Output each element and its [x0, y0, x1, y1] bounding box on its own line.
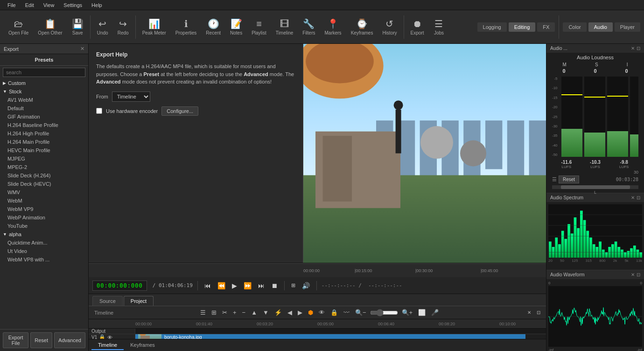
preset-default[interactable]: Default: [0, 104, 88, 112]
audio-sub-button[interactable]: Audio: [588, 22, 613, 32]
stop-button[interactable]: ⏹: [269, 281, 280, 290]
redo-button[interactable]: ↪ Redo: [113, 16, 133, 37]
tl-scrub-button[interactable]: ✂: [220, 308, 229, 317]
keyframes-button[interactable]: ⌚ Keyframes: [346, 16, 378, 37]
tl-eye-button[interactable]: 👁: [317, 308, 327, 317]
from-select[interactable]: Timeline Clip Each Clip: [112, 91, 150, 102]
timeline-button[interactable]: 🎞 Timeline: [271, 17, 298, 37]
configure-button[interactable]: Configure...: [161, 106, 198, 116]
output-track-content[interactable]: [135, 329, 546, 334]
float-loudness-icon[interactable]: ⊡: [637, 46, 640, 51]
grid-button[interactable]: ⊞: [289, 281, 297, 289]
preset-wmv[interactable]: WMV: [0, 188, 88, 197]
player-sub-button[interactable]: Player: [615, 22, 640, 32]
preset-ut-video[interactable]: Ut Video: [0, 247, 88, 255]
menu-settings[interactable]: Settings: [59, 1, 87, 9]
tl-remove-track-button[interactable]: −: [240, 308, 248, 317]
undo-button[interactable]: ↩ Undo: [92, 16, 113, 37]
peak-meter-button[interactable]: 📊 Peak Meter: [138, 16, 171, 37]
preset-youtube[interactable]: YouTube: [0, 222, 88, 230]
float-waveform-icon[interactable]: ⊡: [637, 272, 640, 277]
save-button[interactable]: 💾 Save: [67, 16, 88, 37]
close-waveform-icon[interactable]: ✕: [631, 272, 635, 277]
editing-mode-button[interactable]: Editing: [509, 22, 536, 32]
keyframes-bottom-tab[interactable]: Keyframes: [124, 341, 161, 350]
zoom-slider[interactable]: [370, 309, 398, 316]
step-back-button[interactable]: ⏪: [216, 281, 227, 290]
tl-snap-button[interactable]: ⊞: [210, 308, 218, 317]
source-tab[interactable]: Source: [92, 296, 123, 306]
tl-mic-button[interactable]: 🎤: [429, 308, 441, 317]
preset-search-input[interactable]: [3, 68, 85, 77]
preset-group-alpha[interactable]: ▼ alpha: [0, 230, 88, 239]
preset-group-stock[interactable]: ▼ Stock: [0, 87, 88, 96]
menu-help[interactable]: Help: [87, 1, 107, 9]
markers-button[interactable]: 📍 Markers: [320, 16, 346, 37]
hw-encoder-checkbox[interactable]: [96, 108, 102, 114]
float-spectrum-icon[interactable]: ⊡: [637, 195, 640, 200]
export-button[interactable]: ⏺ Export: [406, 17, 429, 37]
preset-webm[interactable]: WebM: [0, 197, 88, 205]
preset-webm-vp8[interactable]: WebM VP8 with ...: [0, 255, 88, 264]
open-other-button[interactable]: 📋 Open Other: [33, 16, 67, 37]
skip-to-end-button[interactable]: ⏭: [256, 281, 266, 290]
v1-mute-icon[interactable]: 👁: [107, 335, 112, 339]
logging-mode-button[interactable]: Logging: [477, 22, 507, 32]
preset-mpeg2[interactable]: MPEG-2: [0, 163, 88, 171]
filters-button[interactable]: 🔧 Filters: [298, 16, 320, 37]
tl-waveform-button[interactable]: 〰: [342, 308, 351, 317]
timeline-bottom-tab[interactable]: Timeline: [91, 341, 124, 350]
export-file-button[interactable]: Export File: [3, 332, 28, 348]
preset-h264-baseline[interactable]: H.264 Baseline Profile: [0, 121, 88, 129]
close-spectrum-icon[interactable]: ✕: [631, 195, 635, 200]
tl-close-button[interactable]: ✕: [525, 309, 533, 316]
step-fwd-button[interactable]: ⏩: [242, 281, 253, 290]
tl-float-button[interactable]: ⊡: [535, 309, 542, 316]
menu-file[interactable]: File: [3, 1, 21, 9]
tl-next-marker-button[interactable]: ▶: [296, 308, 304, 317]
jobs-button[interactable]: ☰ Jobs: [428, 16, 449, 37]
play-button[interactable]: ▶: [230, 281, 239, 290]
advanced-button[interactable]: Advanced: [54, 332, 85, 348]
menu-edit[interactable]: Edit: [21, 1, 39, 9]
history-button[interactable]: ↺ History: [378, 16, 401, 37]
preset-av1-webm[interactable]: AV1 WebM: [0, 96, 88, 104]
preset-webp[interactable]: WebP Animation: [0, 213, 88, 222]
preset-group-custom[interactable]: ▶ Custom: [0, 79, 88, 87]
tl-overwrite-button[interactable]: ▼: [261, 308, 271, 317]
preset-slide-hevc[interactable]: Slide Deck (HEVC): [0, 180, 88, 188]
recent-button[interactable]: 🕐 Recent: [201, 16, 225, 37]
preset-webm-vp9[interactable]: WebM VP9: [0, 205, 88, 213]
skip-to-start-button[interactable]: ⏮: [203, 281, 213, 290]
tl-lock-button[interactable]: 🔒: [329, 308, 340, 317]
tl-split-button[interactable]: ⚡: [273, 308, 284, 317]
color-sub-button[interactable]: Color: [563, 22, 586, 32]
v1-clip[interactable]: boruto-konoha.jpg: [135, 334, 525, 339]
tl-zoom-in-button[interactable]: 🔍+: [400, 308, 415, 317]
notes-button[interactable]: 📝 Notes: [225, 16, 247, 37]
preset-h264-high[interactable]: H.264 High Profile: [0, 129, 88, 138]
reset-button[interactable]: Reset: [30, 332, 52, 348]
preset-gif[interactable]: GIF Animation: [0, 112, 88, 121]
loudness-scrollbar[interactable]: [552, 185, 638, 189]
fx-mode-button[interactable]: FX: [537, 22, 555, 32]
tl-menu-button[interactable]: ☰: [198, 308, 208, 317]
tl-prev-marker-button[interactable]: ◀: [286, 308, 294, 317]
tl-add-track-button[interactable]: +: [231, 308, 238, 317]
list-icon[interactable]: ☰: [552, 176, 557, 183]
v1-track-content[interactable]: boruto-konoha.jpg: [135, 334, 546, 339]
preset-hevc[interactable]: HEVC Main Profile: [0, 146, 88, 154]
preset-mjpeg[interactable]: MJPEG: [0, 154, 88, 163]
playlist-button[interactable]: ≡ Playlist: [247, 17, 271, 37]
preset-h264-main[interactable]: H.264 Main Profile: [0, 138, 88, 146]
open-file-button[interactable]: 🗁 Open File: [4, 17, 33, 37]
properties-button[interactable]: ℹ Properties: [171, 16, 202, 37]
tl-lift-button[interactable]: ▲: [249, 308, 259, 317]
tl-fit-button[interactable]: ⬜: [416, 308, 427, 317]
preset-slide-h264[interactable]: Slide Deck (H.264): [0, 171, 88, 180]
project-tab[interactable]: Project: [124, 296, 154, 306]
preset-quicktime[interactable]: Quicktime Anim...: [0, 239, 88, 247]
tl-playhead-button[interactable]: ⬢: [306, 308, 315, 317]
loudness-scroll-thumb[interactable]: [561, 185, 630, 189]
loudness-reset-button[interactable]: Reset: [559, 176, 579, 183]
